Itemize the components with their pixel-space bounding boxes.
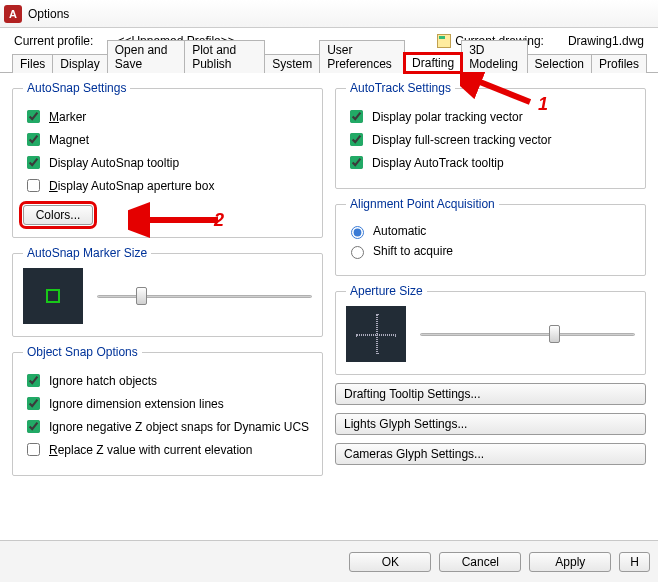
polar-vector-label: Display polar tracking vector [372, 110, 523, 124]
tab-strip: Files Display Open and Save Plot and Pub… [0, 50, 658, 73]
cameras-glyph-settings-button[interactable]: Cameras Glyph Settings... [335, 443, 646, 465]
marker-size-legend: AutoSnap Marker Size [23, 246, 151, 260]
app-icon: A [4, 5, 22, 23]
magnet-checkbox[interactable] [27, 133, 40, 146]
ignore-dimext-checkbox[interactable] [27, 397, 40, 410]
tab-drafting[interactable]: Drafting [404, 53, 462, 73]
apply-button[interactable]: Apply [529, 552, 611, 572]
tab-plot-and-publish[interactable]: Plot and Publish [184, 40, 265, 73]
autosnap-tooltip-checkbox[interactable] [27, 156, 40, 169]
fullscreen-vector-label: Display full-screen tracking vector [372, 133, 551, 147]
lights-glyph-settings-button[interactable]: Lights Glyph Settings... [335, 413, 646, 435]
window-title: Options [28, 7, 69, 21]
alignment-legend: Alignment Point Acquisition [346, 197, 499, 211]
dialog-button-bar: OK Cancel Apply H [0, 540, 658, 582]
marker-checkbox[interactable] [27, 110, 40, 123]
autotrack-settings-group: AutoTrack Settings Display polar trackin… [335, 81, 646, 189]
aperture-box-checkbox[interactable] [27, 179, 40, 192]
replace-z-checkbox[interactable] [27, 443, 40, 456]
aperture-size-slider[interactable] [420, 323, 635, 345]
autosnap-tooltip-label: Display AutoSnap tooltip [49, 156, 179, 170]
replace-z-label: Replace Z value with current elevation [49, 443, 252, 457]
cancel-button[interactable]: Cancel [439, 552, 521, 572]
aperture-preview [346, 306, 406, 362]
profile-label: Current profile: [14, 34, 93, 48]
ignore-negz-checkbox[interactable] [27, 420, 40, 433]
tab-profiles[interactable]: Profiles [591, 54, 647, 73]
shift-acquire-label: Shift to acquire [373, 244, 453, 258]
shift-acquire-radio[interactable] [351, 246, 364, 259]
polar-vector-checkbox[interactable] [350, 110, 363, 123]
autotrack-legend: AutoTrack Settings [346, 81, 455, 95]
ignore-hatch-label: Ignore hatch objects [49, 374, 157, 388]
object-snap-options-group: Object Snap Options Ignore hatch objects… [12, 345, 323, 476]
automatic-label: Automatic [373, 224, 426, 238]
aperture-size-group: Aperture Size [335, 284, 646, 375]
ignore-hatch-checkbox[interactable] [27, 374, 40, 387]
marker-size-slider[interactable] [97, 285, 312, 307]
aperture-size-legend: Aperture Size [346, 284, 427, 298]
autotrack-tooltip-label: Display AutoTrack tooltip [372, 156, 504, 170]
autosnap-legend: AutoSnap Settings [23, 81, 130, 95]
tab-3d-modeling[interactable]: 3D Modeling [461, 40, 527, 73]
help-button[interactable]: H [619, 552, 650, 572]
tab-user-preferences[interactable]: User Preferences [319, 40, 405, 73]
aperture-box-label: Display AutoSnap aperture box [49, 179, 214, 193]
automatic-radio[interactable] [351, 226, 364, 239]
ignore-dimext-label: Ignore dimension extension lines [49, 397, 224, 411]
drawing-icon [437, 34, 451, 48]
colors-button[interactable]: Colors... [23, 205, 93, 225]
tab-system[interactable]: System [264, 54, 320, 73]
tab-open-and-save[interactable]: Open and Save [107, 40, 185, 73]
marker-size-preview [23, 268, 83, 324]
marker-size-group: AutoSnap Marker Size [12, 246, 323, 337]
alignment-acquisition-group: Alignment Point Acquisition Automatic Sh… [335, 197, 646, 276]
tab-selection[interactable]: Selection [527, 54, 592, 73]
fullscreen-vector-checkbox[interactable] [350, 133, 363, 146]
tab-files[interactable]: Files [12, 54, 53, 73]
magnet-label: Magnet [49, 133, 89, 147]
marker-label: Marker [49, 110, 86, 124]
autosnap-settings-group: AutoSnap Settings Marker Magnet Display … [12, 81, 323, 238]
drafting-tooltip-settings-button[interactable]: Drafting Tooltip Settings... [335, 383, 646, 405]
autotrack-tooltip-checkbox[interactable] [350, 156, 363, 169]
drawing-value: Drawing1.dwg [568, 34, 644, 48]
tab-display[interactable]: Display [52, 54, 107, 73]
title-bar: A Options [0, 0, 658, 28]
ignore-negz-label: Ignore negative Z object snaps for Dynam… [49, 420, 309, 434]
ok-button[interactable]: OK [349, 552, 431, 572]
object-snap-legend: Object Snap Options [23, 345, 142, 359]
